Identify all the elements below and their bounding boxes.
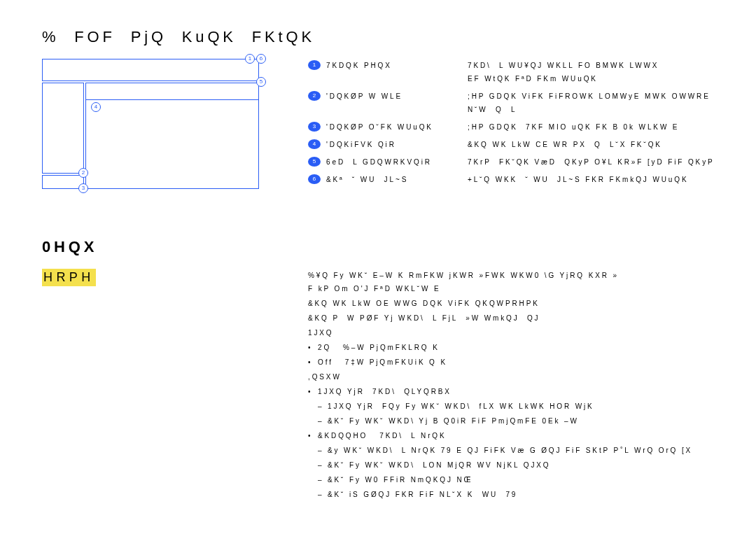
legend-row: 56eD L GDQWRKVQiR7KrP FK˘QK VæD QKyP O¥L… (308, 155, 721, 169)
legend-label: 'DQKØP O˘FK WUuQK (321, 120, 461, 134)
legend-label: 'DQKiFVK QiR (321, 138, 461, 151)
body-line: &K˘ Fy WK˘ WKD\ Yj B Q0iR FiF PmjQmFE 0E… (308, 414, 721, 428)
legend-number: 1 (308, 60, 321, 70)
body-line: &K˘ Fy W0 FFiR NmQKQJ NŒ (308, 473, 721, 486)
legend-desc: 7KD\ L WU¥QJ WKLL FO BMWK LWWX EF WtQK F… (461, 59, 721, 85)
body-line: 1JXQ (308, 326, 721, 339)
legend-label: 7KDQK PHQX (321, 59, 461, 72)
legend-desc: 7KrP FK˘QK VæD QKyP O¥L KR»F [yD FiF QKy… (461, 155, 721, 169)
legend: 17KDQK PHQX7KD\ L WU¥QJ WKLL FO BMWK LWW… (308, 59, 721, 190)
body-line: &y WK˘ WKD\ L NrQK 79 E QJ FiFK Væ G ØQJ… (308, 444, 721, 457)
body-line: 1JXQ YjR 7KD\ QLYQRBX (308, 385, 721, 398)
legend-desc: &KQ WK LkW CE WR PX Q L˘X FK˘QK (461, 138, 721, 151)
legend-desc: ;HP GDQK 7KF MIO uQK FK B 0k WLKW E (461, 120, 721, 134)
legend-desc: +L˘Q WKK ˘ WU JL~S FKR FKmkQJ WUuQK (461, 173, 721, 186)
legend-label: 'DQKØP W WLE (321, 90, 461, 103)
legend-row: 6&Kª ˘ WU JL~S+L˘Q WKK ˘ WU JL~S FKR FKm… (308, 173, 721, 186)
page-title: % FOF PjQ KuQK FKtQK (42, 28, 721, 46)
body-line: 1JXQ YjR FQy Fy WK˘ WKD\ fLX WK LkWK HOR… (308, 400, 721, 413)
home-highlight: HRPH (42, 269, 96, 286)
legend-label: &Kª ˘ WU JL~S (321, 173, 461, 186)
callout-2: 2 (78, 168, 88, 178)
callout-6: 6 (256, 54, 266, 64)
legend-desc: ;HP GDQK ViFK FiFROWK LOMWyE MWK OWWRE N… (461, 90, 721, 116)
legend-label: 6eD L GDQWRKVQiR (321, 155, 461, 169)
legend-row: 4'DQKiFVK QiR&KQ WK LkW CE WR PX Q L˘X F… (308, 138, 721, 151)
body-line: &K˘ iS GØQJ FKR FiF NL˘X K WU 79 (308, 488, 721, 501)
layout-diagram: 1 6 5 4 2 3 (42, 59, 259, 206)
legend-number: 3 (308, 122, 321, 132)
body-line: 2Q %–W PjQmFKLRQ K (308, 341, 721, 354)
callout-1: 1 (245, 54, 255, 64)
legend-number: 2 (308, 91, 321, 101)
body-line: %¥Q Fy WK˘ E–W K RmFKW jKWR »FWK WKW0 \G… (308, 269, 721, 295)
legend-number: 6 (308, 174, 321, 184)
body-line: &KQ WK LkW OE WWG DQK ViFK QKQWPRHPK (308, 297, 721, 310)
legend-row: 3'DQKØP O˘FK WUuQK;HP GDQK 7KF MIO uQK F… (308, 120, 721, 134)
body-line: &KQ P W PØF Yj WKD\ L FjL »W WmkQJ QJ (308, 311, 721, 325)
body-line: &KDQQHO 7KD\ L NrQK (308, 429, 721, 442)
legend-row: 17KDQK PHQX7KD\ L WU¥QJ WKLL FO BMWK LWW… (308, 59, 721, 85)
callout-3: 3 (78, 183, 88, 193)
legend-number: 4 (308, 139, 321, 149)
body-line: &K˘ Fy WK˘ WKD\ LON MjQR WV NjKL QJXQ (308, 458, 721, 472)
body-line: Off 7‡W PjQmFKUiK Q K (308, 356, 721, 369)
callout-5: 5 (256, 77, 266, 87)
body-text: %¥Q Fy WK˘ E–W K RmFKW jKWR »FWK WKW0 \G… (308, 269, 721, 503)
legend-number: 5 (308, 157, 321, 167)
callout-4: 4 (91, 102, 101, 112)
legend-row: 2'DQKØP W WLE;HP GDQK ViFK FiFROWK LOMWy… (308, 90, 721, 116)
body-line: ,QSXW (308, 370, 721, 384)
section-heading: 0HQX (42, 238, 721, 256)
